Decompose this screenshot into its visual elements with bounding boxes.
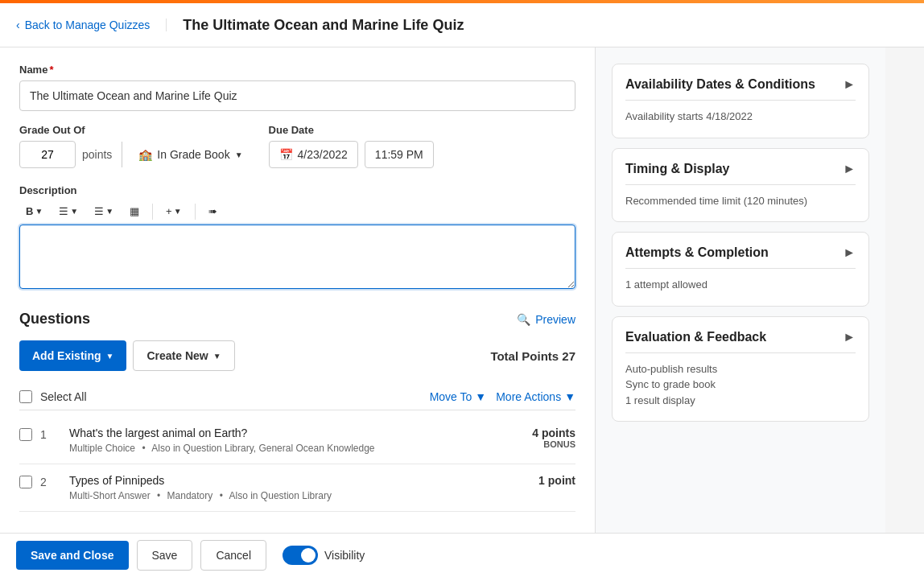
time-picker-button[interactable]: 11:59 PM xyxy=(365,141,434,168)
availability-card-header[interactable]: Availability Dates & Conditions ► xyxy=(625,77,856,92)
grade-out-of-label: Grade Out Of xyxy=(19,124,250,136)
attempts-card: Attempts & Completion ► 1 attempt allowe… xyxy=(612,232,869,307)
date-value: 4/23/2022 xyxy=(298,148,348,161)
page-title: The Ultimate Ocean and Marine Life Quiz xyxy=(183,17,464,34)
attempts-card-title: Attempts & Completion xyxy=(625,245,769,260)
more-actions-chevron-icon: ▼ xyxy=(564,390,575,403)
left-panel: Name* Grade Out Of points 🏫 In Grade Boo… xyxy=(0,47,596,533)
list-button[interactable]: ☰ ▼ xyxy=(88,201,120,221)
description-textarea[interactable] xyxy=(19,225,575,289)
question-1-text: What's the largest animal on Earth? xyxy=(69,427,519,439)
name-field-group: Name* xyxy=(19,64,575,111)
attempts-chevron-icon: ► xyxy=(843,245,856,260)
date-picker-button[interactable]: 📅 4/23/2022 xyxy=(269,141,358,168)
question-2-meta: Multi-Short Answer • Mandatory • Also in… xyxy=(69,490,519,501)
timing-card: Timing & Display ► Recommended time limi… xyxy=(612,148,869,223)
grade-book-chevron-icon: ▼ xyxy=(235,150,243,159)
footer: Save and Close Save Cancel Visibility xyxy=(0,533,924,577)
bold-icon: B xyxy=(26,205,33,217)
question-2-content: Types of Pinnipeds Multi-Short Answer • … xyxy=(69,474,519,501)
question-1-number: 1 xyxy=(40,428,60,441)
create-new-chevron-icon: ▼ xyxy=(213,352,221,361)
timing-card-header[interactable]: Timing & Display ► xyxy=(625,162,856,176)
grade-book-button[interactable]: 🏫 In Grade Book ▼ xyxy=(132,143,249,166)
attempts-info: 1 attempt allowed xyxy=(625,277,856,293)
toggle-thumb xyxy=(301,548,316,563)
add-existing-chevron-icon: ▼ xyxy=(106,352,114,361)
question-1-content: What's the largest animal on Earth? Mult… xyxy=(69,427,519,454)
attempts-divider xyxy=(625,268,856,269)
question-2-points: 1 point xyxy=(519,474,575,487)
total-points-label: Total Points xyxy=(490,349,559,363)
description-label: Description xyxy=(19,184,575,196)
evaluation-card-header[interactable]: Evaluation & Feedback ► xyxy=(625,330,856,344)
due-date-field-group: Due Date 📅 4/23/2022 11:59 PM xyxy=(269,124,434,168)
toggle-track xyxy=(283,546,318,565)
back-arrow-icon: ‹ xyxy=(16,19,20,31)
more-actions-label: More Actions xyxy=(496,390,561,403)
question-1-checkbox[interactable] xyxy=(19,428,32,441)
preview-label: Preview xyxy=(535,313,575,326)
insert-chevron-icon: ▼ xyxy=(174,207,182,216)
grade-due-row: Grade Out Of points 🏫 In Grade Book ▼ Du… xyxy=(19,124,575,168)
right-panel: Availability Dates & Conditions ► Availa… xyxy=(596,47,885,533)
gradebook-icon: 🏫 xyxy=(138,148,152,161)
visibility-label: Visibility xyxy=(324,549,365,562)
question-1-meta: Multiple Choice • Also in Question Libra… xyxy=(69,443,519,454)
list-icon: ☰ xyxy=(94,205,104,217)
question-2-number: 2 xyxy=(40,476,60,488)
question-1-bonus: BONUS xyxy=(519,439,575,449)
questions-header: Questions 🔍 Preview xyxy=(19,311,575,328)
description-toolbar: B ▼ ☰ ▼ ☰ ▼ ▦ + ▼ xyxy=(19,201,575,221)
align-icon: ☰ xyxy=(59,205,68,217)
move-to-label: Move To xyxy=(430,390,472,403)
calendar-icon: 📅 xyxy=(279,148,293,161)
timing-info: Recommended time limit (120 minutes) xyxy=(625,193,856,209)
evaluation-chevron-icon: ► xyxy=(843,330,856,344)
more-actions-button[interactable]: More Actions ▼ xyxy=(496,390,575,403)
question-list: 1 What's the largest animal on Earth? Mu… xyxy=(19,417,575,512)
time-value: 11:59 PM xyxy=(375,148,423,161)
add-existing-button[interactable]: Add Existing ▼ xyxy=(19,340,126,371)
move-to-button[interactable]: Move To ▼ xyxy=(430,390,487,403)
grade-input[interactable] xyxy=(19,141,76,168)
name-label: Name* xyxy=(19,64,575,76)
grid-button[interactable]: ▦ xyxy=(123,201,146,221)
cancel-button[interactable]: Cancel xyxy=(200,540,266,571)
preview-link[interactable]: 🔍 Preview xyxy=(517,313,575,326)
points-label: points xyxy=(82,148,112,161)
question-2-checkbox[interactable] xyxy=(19,476,32,488)
create-new-button[interactable]: Create New ▼ xyxy=(133,340,234,371)
question-2-text: Types of Pinnipeds xyxy=(69,474,519,487)
save-close-button[interactable]: Save and Close xyxy=(16,541,129,570)
grade-book-label: In Grade Book xyxy=(157,148,229,161)
grid-icon: ▦ xyxy=(130,205,139,217)
bold-button[interactable]: B ▼ xyxy=(19,201,49,221)
select-all-left: Select All xyxy=(19,390,87,403)
availability-divider xyxy=(625,100,856,101)
header: ‹ Back to Manage Quizzes The Ultimate Oc… xyxy=(0,3,924,47)
select-all-label: Select All xyxy=(40,390,87,403)
grade-input-row: points 🏫 In Grade Book ▼ xyxy=(19,141,250,168)
back-link[interactable]: ‹ Back to Manage Quizzes xyxy=(16,19,167,31)
availability-card-title: Availability Dates & Conditions xyxy=(625,77,815,92)
list-chevron-icon: ▼ xyxy=(105,207,113,216)
visibility-toggle-switch[interactable] xyxy=(283,546,318,565)
expand-button[interactable]: ➠ xyxy=(202,201,224,221)
insert-button[interactable]: + ▼ xyxy=(159,201,188,221)
meta-dot-2: • xyxy=(157,490,160,501)
save-button[interactable]: Save xyxy=(137,540,193,571)
evaluation-info: Auto-publish results Sync to grade book … xyxy=(625,361,856,409)
select-all-row: Select All Move To ▼ More Actions ▼ xyxy=(19,384,575,410)
question-2-points-value: 1 point xyxy=(538,474,575,487)
back-link-label: Back to Manage Quizzes xyxy=(25,19,151,31)
select-all-checkbox[interactable] xyxy=(19,390,32,403)
question-1-type: Multiple Choice xyxy=(69,443,135,454)
align-button[interactable]: ☰ ▼ xyxy=(52,201,85,221)
name-input[interactable] xyxy=(19,80,575,111)
attempts-card-header[interactable]: Attempts & Completion ► xyxy=(625,245,856,260)
add-existing-label: Add Existing xyxy=(32,349,101,362)
align-chevron-icon: ▼ xyxy=(70,207,78,216)
select-all-actions: Move To ▼ More Actions ▼ xyxy=(430,390,575,403)
main-layout: Name* Grade Out Of points 🏫 In Grade Boo… xyxy=(0,47,924,533)
